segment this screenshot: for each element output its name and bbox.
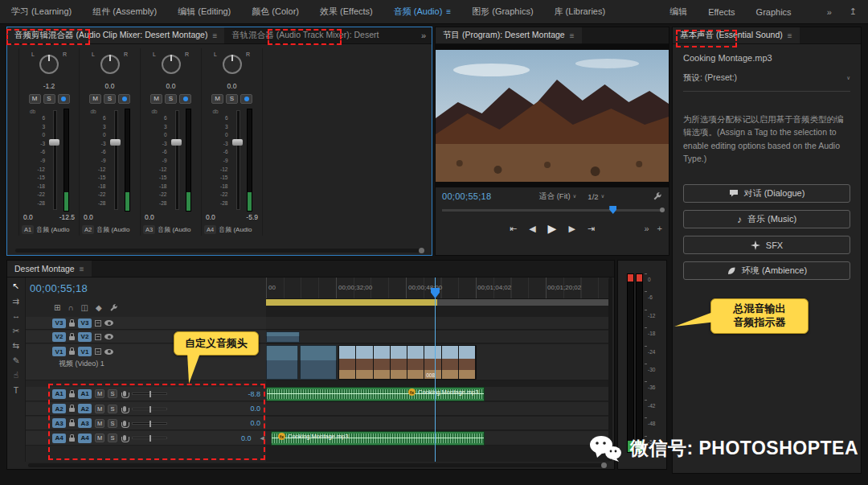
clip-indicator[interactable] [637,274,642,282]
tab-essential-sound[interactable]: 基本声音 (Essential Sound) ≡ [673,27,800,43]
program-scrub-bar[interactable] [442,206,662,214]
toggle-track-output-icon[interactable] [104,334,113,339]
nest-toggle-icon[interactable]: ⊞ [54,303,60,312]
pen-tool[interactable]: ✎ [13,356,20,365]
track-options-icon[interactable] [95,320,101,327]
fader-handle[interactable] [232,139,243,146]
pan-knob[interactable] [100,55,120,74]
workspace-tab-graphics[interactable]: 图形 (Graphics) [472,6,533,18]
resolution-dropdown[interactable]: 1/2 ∨ [588,191,604,202]
mute-button[interactable]: M [95,405,104,413]
fader-db-value[interactable]: 0.0 [206,213,215,223]
video-clip[interactable] [266,331,300,343]
zoom-handle[interactable] [660,208,665,212]
workspace-tab-color[interactable]: 颜色 (Color) [252,6,299,18]
toggle-track-output-icon[interactable] [104,349,113,355]
share-export-icon[interactable]: ↥ [850,6,857,17]
settings-wrench-icon[interactable] [653,191,662,201]
workspace-tab-assembly[interactable]: 组件 (Assembly) [92,6,157,18]
volume-fader[interactable] [231,109,244,212]
preset-dropdown[interactable]: 预设: (Preset:) ∨ [683,72,850,92]
mute-button[interactable]: M [29,94,41,104]
lock-icon[interactable] [69,438,75,442]
tab-audio-clip-mixer[interactable]: 音频剪辑混合器 (Audio Clip Mixer: Desert Montag… [7,27,224,43]
scrollbar-handle[interactable] [601,462,607,468]
pan-knob[interactable] [162,55,181,74]
track-volume-value[interactable]: 0.0 [250,419,260,427]
go-to-out-button[interactable]: ⇥ [588,224,595,233]
solo-button[interactable]: S [43,94,55,104]
lock-icon[interactable] [69,336,75,340]
lock-icon[interactable] [69,422,75,426]
timeline-horizontal-scrollbar[interactable] [28,463,606,467]
workspace-tab-editing-2[interactable]: 编辑 [669,6,687,18]
fader-handle[interactable] [110,139,121,146]
scrollbar-handle[interactable] [419,248,424,253]
lock-icon[interactable] [69,393,75,397]
work-area-bar[interactable] [266,299,609,306]
solo-button[interactable]: S [108,419,117,428]
volume-fader[interactable] [170,109,183,212]
source-patch-badge[interactable]: A3 [52,418,66,428]
track-target-badge[interactable]: V3 [78,319,92,328]
linked-selection-icon[interactable]: ◫ [81,303,88,312]
add-marker-icon[interactable]: ◆ [96,303,102,312]
workspace-tab-libraries[interactable]: 库 (Libraries) [555,6,606,18]
mute-button[interactable]: M [150,94,162,104]
track-volume-slider[interactable] [132,408,167,410]
mute-button[interactable]: M [89,94,101,104]
solo-button[interactable]: S [104,94,116,104]
pan-value[interactable]: 0.0 [105,82,115,92]
track-target-badge[interactable]: V2 [78,332,92,342]
mixer-horizontal-scrollbar[interactable] [15,249,424,253]
track-options-icon[interactable] [95,348,101,355]
voiceover-record-mic-icon[interactable] [123,421,126,426]
mute-button[interactable]: M [95,389,104,398]
keyframe-record-button[interactable] [240,94,252,104]
panel-menu-icon[interactable]: ≡ [788,31,792,40]
mute-button[interactable]: M [211,94,223,104]
source-patch-badge[interactable]: A1 [52,389,66,399]
step-forward-button[interactable]: ▶ [568,224,575,233]
razor-tool[interactable]: ✂ [13,327,20,335]
add-button-icon[interactable]: + [657,224,662,233]
timeline-settings-wrench-icon[interactable] [109,303,118,312]
keyframe-record-button[interactable] [118,94,130,104]
scrub-track[interactable] [442,209,662,212]
voiceover-record-mic-icon[interactable] [123,406,126,412]
workspace-tab-learning[interactable]: 学习 (Learning) [11,6,72,18]
track-volume-slider[interactable] [132,437,167,439]
program-playhead[interactable] [609,206,616,214]
music-tag-button[interactable]: ♪ 音乐 (Music) [683,210,850,228]
video-clip[interactable] [300,345,337,380]
track-volume-slider[interactable] [132,393,167,395]
transport-overflow-icon[interactable]: » [644,224,649,233]
type-tool[interactable]: T [14,386,18,395]
keyframe-record-button[interactable] [58,94,70,104]
selection-tool[interactable]: ↖ [13,282,20,290]
fader-handle[interactable] [171,139,182,146]
track-volume-slider[interactable] [132,422,167,425]
collapse-arrow-icon[interactable]: ◀ [260,435,264,442]
tab-program[interactable]: 节目 (Program): Desert Montage ≡ [436,27,582,43]
workspace-tab-graphics-2[interactable]: Graphics [756,7,792,17]
track-volume-value[interactable]: 0.0 [241,434,252,442]
track-target-badge[interactable]: V1 [78,347,92,356]
track-target-badge[interactable]: A4 [78,434,92,443]
panel-menu-icon[interactable]: ≡ [80,265,84,273]
source-patch-badge[interactable]: V1 [52,347,66,356]
solo-button[interactable]: S [226,94,238,104]
sfx-tag-button[interactable]: SFX [683,236,850,254]
lock-icon[interactable] [69,351,75,355]
source-patch-badge[interactable]: V3 [52,319,66,328]
snap-magnet-icon[interactable]: ∩ [68,303,73,312]
pan-knob[interactable] [223,55,242,74]
track-volume-value[interactable]: -8.8 [248,390,260,398]
lock-icon[interactable] [69,323,75,327]
audio-clip-a4[interactable]: fx Cooking Montage.mp3 [271,431,485,446]
pan-value[interactable]: -1.2 [43,82,55,92]
timeline-playhead-line[interactable] [435,277,436,462]
track-select-tool[interactable]: ⇉ [13,297,20,306]
source-patch-badge[interactable]: A4 [52,434,66,443]
panel-menu-icon[interactable]: ≡ [212,31,217,40]
